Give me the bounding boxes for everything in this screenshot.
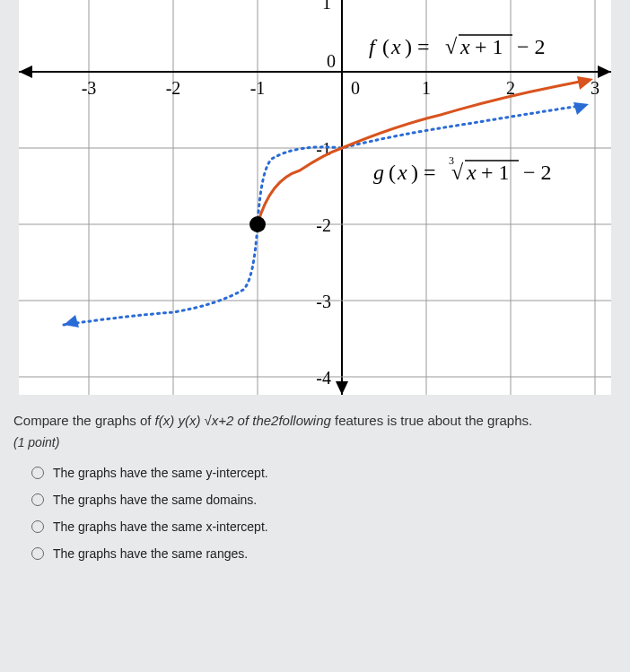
option-label: The graphs have the same x-intercept. [53, 519, 268, 534]
svg-text:0: 0 [351, 78, 360, 98]
svg-marker-14 [336, 381, 348, 395]
svg-text:(: ( [389, 161, 396, 184]
question-section: Compare the graphs of f(x) y(x) √x+2 of … [0, 395, 630, 582]
prompt-suffix: features is true about the graphs. [335, 413, 532, 428]
f-curve [258, 76, 593, 224]
svg-text:0: 0 [327, 51, 336, 71]
svg-text:3: 3 [591, 78, 599, 98]
svg-text:+ 1: + 1 [481, 161, 510, 184]
svg-text:-2: -2 [166, 78, 181, 98]
common-point-marker [249, 216, 266, 232]
svg-marker-12 [598, 65, 611, 78]
graph-svg: -3 -2 -1 0 0 1 2 3 1 -1 -2 -3 -4 [19, 0, 611, 395]
points-label: (1 point) [13, 435, 617, 449]
prompt-garbled: f(x) y(x) √x+2 of the2following [155, 413, 331, 428]
question-prompt: Compare the graphs of f(x) y(x) √x+2 of … [13, 413, 617, 428]
svg-text:) =: ) = [405, 35, 430, 58]
svg-text:x: x [390, 35, 401, 58]
option-row[interactable]: The graphs have the same x-intercept. [31, 519, 617, 534]
options-list: The graphs have the same y-intercept. Th… [13, 466, 617, 561]
radio-icon[interactable] [31, 520, 44, 533]
svg-text:1: 1 [422, 78, 431, 98]
svg-text:-1: -1 [250, 78, 266, 98]
svg-text:√: √ [451, 161, 464, 184]
option-label: The graphs have the same y-intercept. [53, 466, 268, 480]
option-row[interactable]: The graphs have the same ranges. [31, 546, 617, 561]
radio-icon[interactable] [31, 467, 44, 479]
option-row[interactable]: The graphs have the same y-intercept. [31, 466, 617, 480]
svg-text:(: ( [382, 35, 389, 58]
svg-text:− 2: − 2 [523, 161, 552, 184]
svg-text:g: g [373, 161, 384, 184]
svg-text:x: x [466, 161, 477, 184]
svg-text:x: x [459, 35, 470, 58]
svg-text:) =: ) = [411, 161, 436, 184]
svg-text:-3: -3 [82, 78, 97, 98]
svg-text:x: x [397, 161, 407, 184]
svg-text:f: f [369, 35, 378, 58]
f-label: f ( x ) = √ x + 1 − 2 [369, 35, 546, 58]
svg-text:-2: -2 [316, 215, 331, 235]
option-row[interactable]: The graphs have the same domains. [31, 493, 617, 507]
radio-icon[interactable] [31, 493, 44, 506]
svg-text:-4: -4 [316, 368, 331, 388]
option-label: The graphs have the same ranges. [53, 546, 248, 561]
svg-marker-29 [573, 102, 589, 115]
prompt-prefix: Compare the graphs of [13, 413, 155, 428]
g-label: g ( x ) = 3 √ x + 1 − 2 [373, 154, 552, 184]
radio-icon[interactable] [31, 547, 44, 560]
option-label: The graphs have the same domains. [53, 493, 257, 507]
svg-text:√: √ [445, 35, 458, 58]
graph-panel: -3 -2 -1 0 0 1 2 3 1 -1 -2 -3 -4 [19, 0, 611, 395]
axis-arrows [19, 65, 611, 395]
svg-text:-3: -3 [316, 292, 331, 311]
grid [19, 0, 611, 395]
svg-text:− 2: − 2 [517, 35, 546, 58]
svg-marker-13 [19, 65, 32, 78]
svg-text:1: 1 [322, 0, 331, 13]
svg-text:+ 1: + 1 [475, 35, 503, 58]
